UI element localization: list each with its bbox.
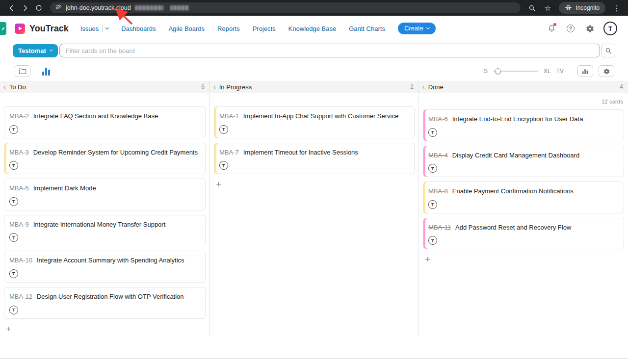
help-icon[interactable]: ?	[565, 23, 576, 34]
sidebar-toggle[interactable]	[0, 22, 6, 35]
agile-board: ‹ To Do 6 MBA-2Integrate FAQ Section and…	[0, 81, 628, 337]
url-text[interactable]: john-doe.youtrack.cloud	[66, 4, 131, 11]
nav-item-projects[interactable]: Projects	[253, 25, 276, 32]
issue-id[interactable]: MBA-9	[9, 221, 29, 229]
youtrack-logo-icon[interactable]	[15, 24, 25, 34]
column-done: ‹ Done 4 12 cards MBA-6Integrate End-to-…	[419, 81, 628, 337]
incognito-label: Incognito	[576, 4, 600, 11]
issue-card[interactable]: MBA-10Integrate Account Summary with Spe…	[4, 251, 206, 283]
issue-title: Implement Dark Mode	[33, 184, 96, 192]
add-card-button[interactable]: +	[423, 254, 433, 267]
card-size-max-label: XL	[544, 68, 551, 75]
issue-id[interactable]: MBA-8	[428, 187, 448, 195]
zoom-icon[interactable]	[525, 1, 538, 14]
back-button[interactable]	[5, 1, 18, 14]
user-avatar[interactable]: T	[603, 22, 617, 35]
assignee-avatar: T	[9, 161, 18, 170]
board-settings-button[interactable]	[599, 65, 614, 77]
collapse-column-icon[interactable]: ‹	[213, 83, 216, 90]
issue-id[interactable]: MBA-10	[9, 257, 32, 264]
column-count: 2	[410, 83, 414, 90]
issue-card[interactable]: MBA-7Implement Timeout for Inactive Sess…	[214, 143, 415, 175]
gear-icon	[603, 68, 610, 75]
column-title: In Progress	[219, 83, 252, 91]
issue-card[interactable]: MBA-8Enable Payment Confirmation Notific…	[423, 182, 624, 213]
issue-card[interactable]: MBA-12Design User Registration Flow with…	[4, 287, 206, 319]
total-cards-label: 12 cards	[424, 99, 623, 104]
backlog-folder-button[interactable]	[15, 65, 30, 77]
tv-mode-toggle[interactable]: TV	[556, 68, 564, 75]
assignee-avatar: T	[9, 269, 18, 278]
issue-id[interactable]: MBA-4	[428, 152, 448, 159]
nav-item-dashboards[interactable]: Dashboards	[121, 25, 156, 32]
nav-item-agile-boards[interactable]: Agile Boards	[168, 25, 205, 32]
card-size-slider[interactable]	[493, 71, 538, 72]
issue-card[interactable]: MBA-2Integrate FAQ Section and Knowledge…	[4, 106, 206, 138]
collapse-column-icon[interactable]: ‹	[3, 83, 6, 90]
board-filter-row: Testomat	[13, 44, 615, 57]
browser-menu-icon[interactable]: ⋮	[610, 1, 623, 14]
incognito-icon	[565, 3, 572, 12]
card-list: MBA-1Implement In-App Chat Support with …	[210, 93, 419, 192]
assignee-avatar: T	[219, 161, 228, 170]
add-card-button[interactable]: +	[4, 323, 14, 337]
chevron-down-icon	[50, 48, 53, 52]
redacted-url-segment	[170, 5, 189, 10]
card-size-slider-knob[interactable]	[495, 68, 501, 74]
board-select-button[interactable]: Testomat	[13, 44, 58, 57]
issue-card[interactable]: MBA-1Implement In-App Chat Support with …	[214, 106, 415, 138]
issue-card[interactable]: MBA-3Develop Reminder System for Upcomin…	[4, 143, 206, 175]
chart-view-toggle-icon[interactable]	[42, 67, 50, 76]
create-button[interactable]: Create	[398, 23, 436, 34]
assignee-avatar: T	[9, 125, 18, 134]
create-label: Create	[404, 25, 423, 32]
issue-id[interactable]: MBA-3	[9, 149, 29, 156]
collapse-column-icon[interactable]: ‹	[422, 83, 425, 90]
issue-id[interactable]: MBA-12	[9, 293, 32, 301]
filter-input[interactable]	[65, 47, 595, 55]
issue-card[interactable]: MBA-4Display Credit Card Management Dash…	[423, 146, 624, 178]
column-title: Done	[428, 83, 444, 91]
issue-title: Integrate End-to-End Encryption for User…	[452, 115, 583, 123]
chevron-down-icon[interactable]	[105, 26, 109, 29]
board-display-controls: S XL TV	[484, 65, 614, 77]
search-icon	[605, 47, 612, 54]
issue-title: Develop Reminder System for Upcoming Cre…	[33, 149, 198, 156]
board-chart-button[interactable]	[577, 65, 593, 77]
folder-icon	[19, 68, 26, 75]
issue-title: Implement In-App Chat Support with Custo…	[243, 112, 398, 120]
reload-button[interactable]	[32, 1, 45, 14]
notifications-bell-icon[interactable]	[546, 23, 557, 34]
issue-id[interactable]: MBA-1	[219, 112, 239, 120]
issue-id[interactable]: MBA-2	[9, 112, 29, 120]
forward-button[interactable]	[19, 1, 31, 14]
search-button[interactable]	[602, 44, 615, 57]
issue-id[interactable]: MBA-7	[219, 149, 239, 156]
nav-item-gantt-charts[interactable]: Gantt Charts	[349, 25, 385, 32]
issue-id[interactable]: MBA-6	[428, 115, 448, 123]
issue-title: Integrate International Money Transfer S…	[33, 221, 166, 229]
issue-card[interactable]: MBA-6Integrate End-to-End Encryption for…	[423, 109, 624, 141]
nav-issues-label[interactable]: Issues	[80, 25, 99, 32]
assignee-avatar: T	[428, 128, 437, 137]
issue-card[interactable]: MBA-5Implement Dark Mode T	[4, 179, 206, 210]
settings-gear-icon[interactable]	[584, 23, 595, 34]
app-header: YouTrack Issues Dashboards Agile Boards …	[0, 16, 628, 41]
column-header: ‹ In Progress 2	[210, 81, 419, 93]
issue-id[interactable]: MBA-5	[9, 184, 29, 192]
board-name: Testomat	[18, 47, 46, 54]
nav-item-knowledge-base[interactable]: Knowledge Base	[288, 25, 337, 32]
nav-divider	[102, 26, 103, 32]
issue-card[interactable]: MBA-9Integrate International Money Trans…	[4, 215, 206, 247]
issue-title: Implement Timeout for Inactive Sessions	[243, 149, 358, 156]
issue-id[interactable]: MBA-11	[428, 224, 451, 232]
url-bar[interactable]: john-doe.youtrack.cloud	[50, 2, 521, 13]
issue-card[interactable]: MBA-11Add Password Reset and Recovery Fl…	[423, 218, 624, 250]
brand[interactable]: YouTrack	[15, 24, 69, 34]
bookmark-star-icon[interactable]: ☆	[541, 1, 554, 14]
add-card-button[interactable]: +	[214, 179, 224, 192]
nav-item-reports[interactable]: Reports	[217, 25, 240, 32]
site-settings-icon[interactable]	[55, 3, 62, 12]
nav-item-issues[interactable]: Issues	[80, 25, 109, 32]
browser-actions: ☆ Incognito ⋮	[525, 1, 623, 14]
